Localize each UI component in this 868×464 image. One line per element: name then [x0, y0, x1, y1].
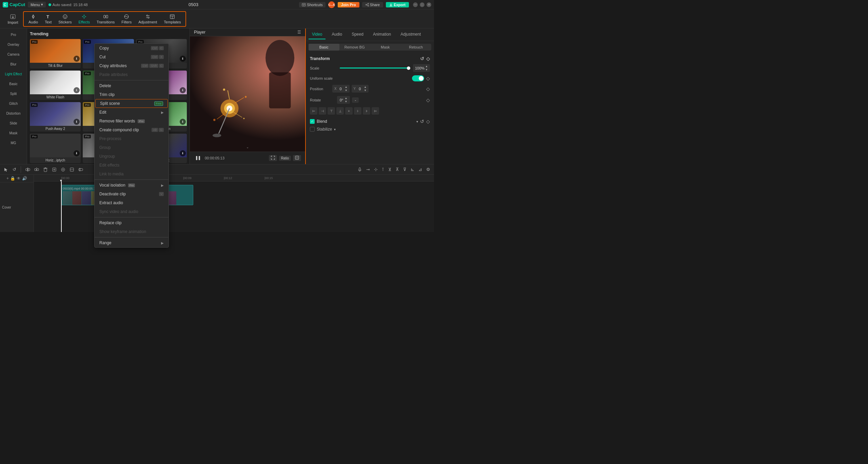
sidebar-item-blur[interactable]: Blur: [1, 60, 25, 69]
ratio-button[interactable]: Ratio: [279, 156, 291, 161]
blend-undo-icon[interactable]: ↺: [420, 119, 424, 124]
sub-tab-mask[interactable]: Mask: [370, 44, 401, 51]
ctx-split-scene[interactable]: Split scene Free: [95, 99, 168, 108]
timeline-extra-btn1[interactable]: ⊸: [365, 166, 371, 173]
effect-white-flash[interactable]: ⬇ White Flash: [30, 71, 81, 100]
download-icon[interactable]: ⬇: [180, 150, 186, 156]
ctx-edit[interactable]: Edit ▶: [95, 108, 169, 117]
distribute-v-icon[interactable]: ⊨: [372, 107, 379, 115]
download-icon[interactable]: ⬇: [180, 87, 186, 93]
zoom-fit-button[interactable]: [293, 155, 301, 161]
menu-button[interactable]: Menu ▾: [28, 2, 46, 7]
split-audio-button[interactable]: [33, 166, 40, 173]
ctx-create-compound[interactable]: Create compound clip AltG: [95, 125, 169, 134]
maximize-button[interactable]: □: [420, 2, 425, 7]
shortcuts-button[interactable]: Shortcuts: [299, 2, 325, 7]
toolbar-filters[interactable]: Filters: [118, 13, 135, 25]
tab-audio[interactable]: Audio: [328, 30, 346, 39]
player-menu-icon[interactable]: ☰: [297, 30, 301, 35]
share-button[interactable]: Share: [362, 2, 383, 7]
track-eye-button[interactable]: 👁: [17, 176, 21, 181]
toolbar-text[interactable]: T Text: [41, 13, 55, 25]
toolbar-templates[interactable]: Templates: [160, 13, 184, 25]
player-expand-icon[interactable]: ⌄: [246, 145, 249, 149]
ctx-copy-attributes[interactable]: Copy attributes CtrlShiftC: [95, 61, 169, 70]
blend-dropdown-icon[interactable]: ▾: [416, 120, 418, 123]
align-right-icon[interactable]: ⊤: [328, 107, 335, 115]
transform-button[interactable]: [68, 166, 75, 173]
split-button[interactable]: [24, 166, 31, 173]
tab-animation[interactable]: Animation: [370, 30, 394, 39]
sidebar-item-slide[interactable]: Slide: [1, 119, 25, 128]
track-audio-button[interactable]: 🔊: [22, 176, 27, 181]
align-top-icon[interactable]: ⊥: [336, 107, 344, 115]
stabilize-dropdown-icon[interactable]: ▾: [334, 128, 336, 131]
download-icon[interactable]: ⬇: [180, 56, 186, 62]
sidebar-item-overlay[interactable]: Overlay: [1, 40, 25, 49]
align-center-v-icon[interactable]: +: [345, 107, 353, 115]
download-icon[interactable]: ⬇: [74, 87, 80, 93]
blend-keyframe-icon[interactable]: ◇: [426, 119, 430, 124]
effect-horiz-iptych[interactable]: Pro ⬇ Horiz...iptych: [30, 134, 81, 163]
sidebar-item-mg[interactable]: MG: [1, 138, 25, 148]
toolbar-transitions[interactable]: Transitions: [93, 13, 118, 25]
import-button[interactable]: Import: [3, 12, 23, 26]
timeline-extra-btn8[interactable]: ⊿: [417, 166, 423, 173]
tab-video[interactable]: Video: [309, 30, 326, 39]
timeline-extra-btn5[interactable]: ⊼: [395, 166, 400, 173]
ctx-cut[interactable]: Cut CtrlX: [95, 53, 169, 61]
export-button[interactable]: Export: [386, 2, 409, 7]
sidebar-item-basic[interactable]: Basic: [1, 79, 25, 89]
uniform-keyframe-icon[interactable]: ◇: [426, 76, 430, 81]
uniform-scale-toggle[interactable]: [412, 75, 424, 81]
align-left-icon[interactable]: ⊢: [310, 107, 317, 115]
ctx-delete[interactable]: Delete: [95, 81, 169, 90]
track-lock-button[interactable]: 🔒: [10, 176, 15, 181]
undo-icon[interactable]: ↺: [420, 56, 424, 61]
effect-push-away2[interactable]: Pro ⬇ Push Away 2: [30, 102, 81, 132]
toolbar-stickers[interactable]: Stickers: [55, 13, 75, 25]
align-center-h-icon[interactable]: ⊣: [319, 107, 326, 115]
toolbar-effects[interactable]: Effects: [75, 13, 93, 25]
ctx-copy[interactable]: Copy CtrlC: [95, 44, 169, 53]
sub-tab-remove-bg[interactable]: Remove BG: [339, 44, 370, 51]
ctx-trim-clip[interactable]: Trim clip: [95, 90, 169, 99]
timeline-extra-btn3[interactable]: ⊺: [381, 166, 385, 173]
fullscreen-button[interactable]: [269, 155, 277, 161]
position-keyframe-icon[interactable]: ◇: [426, 86, 430, 92]
align-bottom-icon[interactable]: ⊦: [354, 107, 361, 115]
tab-adjustment[interactable]: Adjustment: [397, 30, 424, 39]
stabilize-checkbox[interactable]: [310, 127, 315, 132]
timeline-settings-button[interactable]: ⚙: [425, 166, 431, 173]
sub-tab-retouch[interactable]: Retouch: [401, 44, 432, 51]
tab-speed[interactable]: Speed: [348, 30, 367, 39]
sidebar-item-camera[interactable]: Camera: [1, 50, 25, 59]
sidebar-item-mask[interactable]: Mask: [1, 129, 25, 138]
keyframe-icon[interactable]: ◇: [426, 56, 430, 61]
sidebar-item-distortion[interactable]: Distortion: [1, 109, 25, 118]
sidebar-item-split[interactable]: Split: [1, 89, 25, 98]
timeline-extra-btn4[interactable]: ⊻: [387, 166, 393, 173]
join-pro-button[interactable]: Join Pro: [338, 2, 359, 7]
timeline-extra-btn7[interactable]: ⊾: [410, 166, 415, 173]
download-icon[interactable]: ⬇: [74, 56, 80, 62]
timeline-extra-btn2[interactable]: ⊹: [373, 166, 379, 173]
rotate-keyframe-icon[interactable]: ◇: [426, 97, 430, 103]
ctx-remove-filler[interactable]: Remove filler words Pro: [95, 117, 169, 125]
edit-mode-button[interactable]: [77, 166, 84, 173]
sub-tab-basic[interactable]: Basic: [309, 44, 339, 51]
download-icon[interactable]: ⬇: [180, 119, 186, 125]
scale-slider[interactable]: [340, 67, 410, 69]
toolbar-audio[interactable]: Audio: [25, 13, 41, 25]
timeline-extra-btn6[interactable]: ⊽: [402, 166, 408, 173]
download-icon[interactable]: ⬇: [74, 150, 80, 156]
record-audio-button[interactable]: [356, 166, 363, 173]
track-add-button[interactable]: +: [6, 176, 9, 181]
blend-checkbox[interactable]: ✓: [310, 119, 315, 124]
cursor-tool[interactable]: [3, 166, 9, 173]
download-icon[interactable]: ⬇: [74, 119, 80, 125]
delete-button[interactable]: [42, 166, 49, 173]
undo-button[interactable]: ↺: [12, 166, 17, 173]
close-button[interactable]: ✕: [427, 2, 431, 7]
sidebar-item-glitch[interactable]: Glitch: [1, 99, 25, 108]
